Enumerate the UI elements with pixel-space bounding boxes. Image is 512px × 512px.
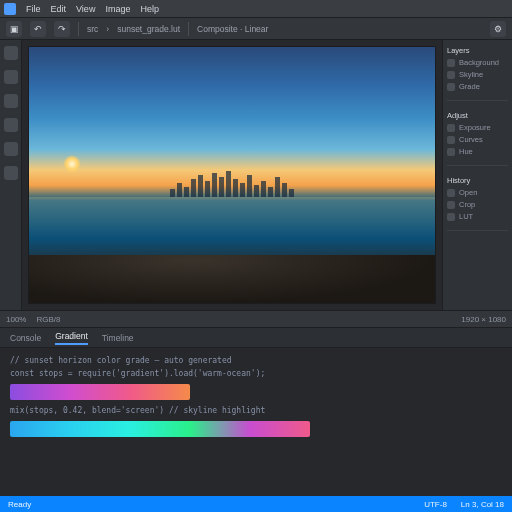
- editor-body[interactable]: // sunset horizon color grade — auto gen…: [0, 348, 512, 496]
- menu-item[interactable]: File: [26, 4, 41, 14]
- breadcrumb[interactable]: src: [87, 24, 98, 34]
- side-panel: LayersBackgroundSkylineGradeAdjustExposu…: [442, 40, 512, 310]
- skyline-building: [254, 185, 259, 197]
- select-tool-icon[interactable]: [4, 70, 18, 84]
- foreground-rocks: [29, 255, 435, 303]
- skyline-building: [233, 179, 238, 197]
- cursor-position[interactable]: Ln 3, Col 18: [461, 500, 504, 509]
- crop-tool-icon[interactable]: [4, 94, 18, 108]
- toolbar: ▣ ↶ ↷ src › sunset_grade.lut Composite ·…: [0, 18, 512, 40]
- skyline-building: [247, 175, 252, 197]
- code-line: const stops = require('gradient').load('…: [10, 369, 502, 378]
- bottom-tab[interactable]: Console: [10, 333, 41, 343]
- skyline-building: [261, 181, 266, 197]
- panel-item[interactable]: Background: [447, 58, 508, 67]
- panel-item-icon: [447, 136, 455, 144]
- color-mode: RGB/8: [36, 315, 60, 324]
- separator: [188, 22, 189, 36]
- code-line: // sunset horizon color grade — auto gen…: [10, 356, 502, 365]
- skyline-building: [177, 183, 182, 197]
- panel-item[interactable]: Curves: [447, 135, 508, 144]
- panel-item[interactable]: Hue: [447, 147, 508, 156]
- brush-tool-icon[interactable]: [4, 118, 18, 132]
- panel-item-label: Background: [459, 58, 499, 67]
- skyline-building: [226, 171, 231, 197]
- panel-item-label: Open: [459, 188, 477, 197]
- panel-item[interactable]: Crop: [447, 200, 508, 209]
- panel-item-icon: [447, 201, 455, 209]
- main-area: LayersBackgroundSkylineGradeAdjustExposu…: [0, 40, 512, 310]
- panel-item-label: LUT: [459, 212, 473, 221]
- chevron-right-icon: ›: [106, 24, 109, 34]
- settings-icon[interactable]: ⚙: [490, 21, 506, 37]
- breadcrumb[interactable]: sunset_grade.lut: [117, 24, 180, 34]
- encoding[interactable]: UTF-8: [424, 500, 447, 509]
- zoom-level[interactable]: 100%: [6, 315, 26, 324]
- undo-icon[interactable]: ↶: [30, 21, 46, 37]
- eyedrop-tool-icon[interactable]: [4, 142, 18, 156]
- menu-item[interactable]: Help: [140, 4, 159, 14]
- gradient-preview-a[interactable]: [10, 384, 190, 400]
- skyline-building: [191, 179, 196, 197]
- panel-item[interactable]: Exposure: [447, 123, 508, 132]
- menu-item[interactable]: View: [76, 4, 95, 14]
- move-tool-icon[interactable]: [4, 46, 18, 60]
- skyline-building: [282, 183, 287, 197]
- app-logo-icon: [4, 3, 16, 15]
- bottom-panel: ConsoleGradientTimeline // sunset horizo…: [0, 328, 512, 496]
- canvas-viewport[interactable]: [22, 40, 442, 310]
- skyline-building: [205, 181, 210, 197]
- skyline-building: [198, 175, 203, 197]
- separator: [78, 22, 79, 36]
- panel-group: LayersBackgroundSkylineGrade: [447, 46, 508, 101]
- text-tool-icon[interactable]: [4, 166, 18, 180]
- panel-item-icon: [447, 189, 455, 197]
- save-icon[interactable]: ▣: [6, 21, 22, 37]
- panel-item[interactable]: Grade: [447, 82, 508, 91]
- panel-group-title[interactable]: Layers: [447, 46, 508, 55]
- dimensions: 1920 × 1080: [461, 315, 506, 324]
- menu-item[interactable]: Edit: [51, 4, 67, 14]
- panel-item-icon: [447, 148, 455, 156]
- panel-item[interactable]: LUT: [447, 212, 508, 221]
- panel-item-label: Hue: [459, 147, 473, 156]
- menu-bar: File Edit View Image Help: [0, 0, 512, 18]
- panel-item-icon: [447, 83, 455, 91]
- panel-item-label: Crop: [459, 200, 475, 209]
- skyline-building: [275, 177, 280, 197]
- skyline-building: [240, 183, 245, 197]
- panel-item-label: Grade: [459, 82, 480, 91]
- panel-item-icon: [447, 213, 455, 221]
- skyline-building: [212, 173, 217, 197]
- bottom-tabs: ConsoleGradientTimeline: [0, 328, 512, 348]
- bottom-tab[interactable]: Timeline: [102, 333, 134, 343]
- panel-group: AdjustExposureCurvesHue: [447, 111, 508, 166]
- skyline-building: [289, 189, 294, 197]
- panel-group-title[interactable]: History: [447, 176, 508, 185]
- panel-item-label: Curves: [459, 135, 483, 144]
- panel-item-icon: [447, 71, 455, 79]
- status-text: Ready: [8, 500, 31, 509]
- panel-item[interactable]: Open: [447, 188, 508, 197]
- status-bar: Ready UTF-8 Ln 3, Col 18: [0, 496, 512, 512]
- gradient-preview-b[interactable]: [10, 421, 310, 437]
- panel-group-title[interactable]: Adjust: [447, 111, 508, 120]
- skyline-building: [170, 189, 175, 197]
- image-canvas[interactable]: [28, 46, 436, 304]
- panel-item-icon: [447, 59, 455, 67]
- toolbar-info: Composite · Linear: [197, 24, 268, 34]
- skyline-building: [268, 187, 273, 197]
- skyline-building: [184, 187, 189, 197]
- panel-item-label: Exposure: [459, 123, 491, 132]
- skyline-building: [219, 177, 224, 197]
- tool-rail: [0, 40, 22, 310]
- panel-item-label: Skyline: [459, 70, 483, 79]
- menu-item[interactable]: Image: [105, 4, 130, 14]
- canvas-status: 100% RGB/8 1920 × 1080: [0, 310, 512, 328]
- code-line: mix(stops, 0.42, blend='screen') // skyl…: [10, 406, 502, 415]
- panel-item-icon: [447, 124, 455, 132]
- bottom-tab[interactable]: Gradient: [55, 331, 88, 345]
- skyline: [29, 167, 435, 197]
- redo-icon[interactable]: ↷: [54, 21, 70, 37]
- panel-item[interactable]: Skyline: [447, 70, 508, 79]
